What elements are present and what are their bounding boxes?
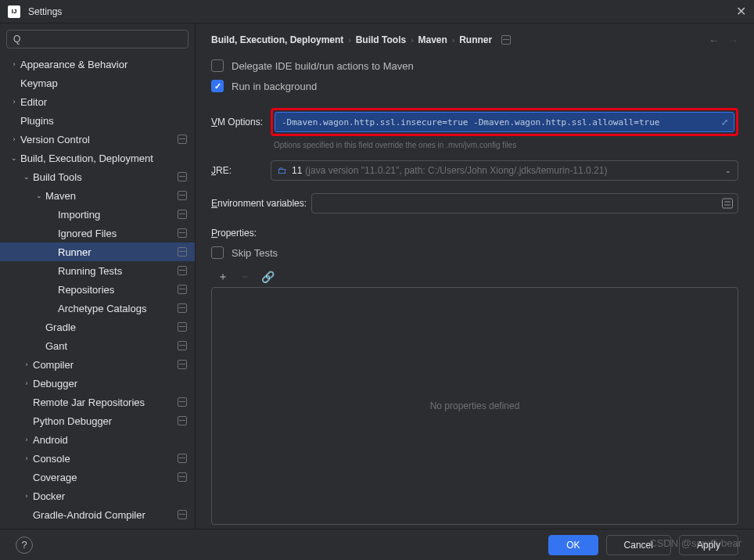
delegate-label: Delegate IDE build/run actions to Maven [232,60,414,72]
run-bg-row: Run in background [211,80,738,92]
chevron-right-icon: › [20,379,33,387]
tree-item-gant[interactable]: Gant [0,336,195,355]
breadcrumb-item[interactable]: Build, Execution, Deployment [211,34,343,45]
folder-icon: 🗀 [278,165,287,176]
ok-button[interactable]: OK [548,535,598,555]
add-icon[interactable]: ＋ [217,270,228,284]
tree-label: Build, Execution, Deployment [20,153,187,164]
modified-icon [178,510,187,519]
chevron-down-icon: ⌄ [725,167,731,174]
tree-item-appearance[interactable]: ›Appearance & Behavior [0,55,195,74]
delegate-row: Delegate IDE build/run actions to Maven [211,59,738,72]
modified-icon [178,360,187,369]
run-background-checkbox[interactable] [211,80,224,92]
tree-label: Console [33,453,178,465]
modified-icon [178,397,187,407]
expand-icon[interactable]: ⤢ [721,117,728,127]
close-icon[interactable]: ✕ [736,4,746,19]
tree-label: Python Debugger [33,415,178,427]
env-variables-input[interactable] [311,193,738,214]
modified-icon [178,210,187,219]
tree-label: Runner [58,246,178,258]
tree-label: Gant [45,340,178,352]
tree-item-remote-jar[interactable]: Remote Jar Repositories [0,393,195,411]
tree-label: Appearance & Behavior [20,59,187,70]
jre-select[interactable]: 🗀 11 (java version "11.0.21", path: C:/U… [271,160,738,181]
search-wrap [0,23,195,55]
settings-tree[interactable]: ›Appearance & Behavior Keymap ›Editor Pl… [0,55,195,529]
footer: ? OK Cancel Apply [0,529,754,560]
chevron-right-icon: › [20,454,33,462]
chevron-down-icon: ⌄ [8,154,20,162]
properties-label: Properties: [211,228,738,239]
tree-item-coverage[interactable]: Coverage [0,468,195,486]
skip-tests-checkbox[interactable] [211,246,224,259]
app-icon: IJ [8,5,20,18]
jre-label: JRE: [211,165,271,176]
link-icon[interactable]: 🔗 [261,271,275,283]
tree-item-android[interactable]: ›Android [0,430,195,449]
modified-icon [178,191,187,200]
tree-item-gradle[interactable]: Gradle [0,318,195,336]
breadcrumb: Build, Execution, Deployment › Build Too… [211,34,738,45]
tree-item-editor[interactable]: ›Editor [0,92,195,111]
chevron-right-icon: › [452,36,454,45]
tree-item-debugger[interactable]: ›Debugger [0,374,195,393]
modified-icon [178,285,187,294]
tree-item-version-control[interactable]: ›Version Control [0,130,195,149]
modified-icon [178,472,187,482]
tree-label: Gradle [45,321,178,333]
search-input[interactable] [6,30,188,48]
tree-item-docker[interactable]: ›Docker [0,486,195,505]
breadcrumb-item[interactable]: Maven [418,34,447,45]
content-panel: Build, Execution, Deployment › Build Too… [196,23,754,529]
tree-label: Compiler [33,359,178,371]
tree-label: Version Control [20,134,178,145]
breadcrumb-item: Runner [459,34,492,45]
tree-item-repositories[interactable]: Repositories [0,280,195,299]
tree-item-gradle-android[interactable]: Gradle-Android Compiler [0,505,195,524]
tree-label: Importing [58,209,178,221]
modified-icon [178,172,187,181]
tree-item-compiler[interactable]: ›Compiler [0,355,195,374]
tree-label: Repositories [58,284,178,296]
apply-button[interactable]: Apply [679,535,738,555]
back-icon[interactable]: ← [709,34,719,46]
main-area: ›Appearance & Behavior Keymap ›Editor Pl… [0,23,754,529]
modified-icon [178,454,187,463]
tree-label: Running Tests [58,265,178,277]
skip-tests-row: Skip Tests [211,246,738,259]
tree-item-keymap[interactable]: Keymap [0,74,195,92]
modified-icon [178,228,187,238]
tree-item-running-tests[interactable]: Running Tests [0,261,195,280]
list-icon[interactable] [722,199,733,209]
tree-item-runner[interactable]: Runner [0,242,195,261]
tree-label: Docker [33,490,187,502]
tree-item-ignored[interactable]: Ignored Files [0,224,195,242]
tree-item-python-debugger[interactable]: Python Debugger [0,411,195,430]
forward-icon[interactable]: → [728,34,738,46]
chevron-right-icon: › [411,36,413,45]
tree-item-build-tools[interactable]: ⌄Build Tools [0,167,195,186]
run-bg-label: Run in background [232,81,317,92]
tree-item-plugins[interactable]: Plugins [0,111,195,130]
tree-item-console[interactable]: ›Console [0,449,195,468]
chevron-right-icon: › [20,361,33,368]
breadcrumb-item[interactable]: Build Tools [356,34,406,45]
tree-label: Debugger [33,378,187,389]
cancel-button[interactable]: Cancel [606,535,671,555]
nav-arrows: ← → [709,34,738,46]
properties-list[interactable]: No properties defined [211,287,738,525]
chevron-right-icon: › [348,36,350,45]
jre-version: 11 [292,165,302,176]
chevron-right-icon: › [8,60,20,68]
help-icon[interactable]: ? [16,537,33,554]
tree-item-maven[interactable]: ⌄Maven [0,186,195,205]
tree-item-archetype[interactable]: Archetype Catalogs [0,299,195,318]
vm-options-input[interactable] [275,112,734,132]
tree-item-bed[interactable]: ⌄Build, Execution, Deployment [0,149,195,167]
delegate-checkbox[interactable] [211,59,224,72]
env-label: Environment variables: [211,198,311,209]
tree-item-importing[interactable]: Importing [0,205,195,224]
remove-icon[interactable]: － [239,270,250,284]
